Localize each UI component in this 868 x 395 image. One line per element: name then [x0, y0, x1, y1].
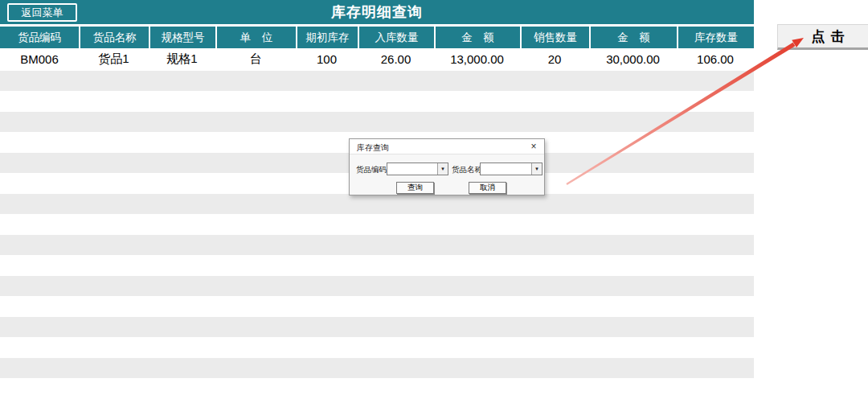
dropdown-arrow-icon[interactable]: ▼ — [437, 163, 448, 175]
table-cell: 100 — [296, 48, 358, 70]
column-header: 入库数量 — [358, 27, 434, 48]
item-name-combobox[interactable]: ▼ — [480, 163, 542, 175]
column-header: 货品编码 — [0, 27, 79, 48]
table-cell: 13,000.00 — [434, 48, 520, 70]
inventory-query-screen: 库存明细查询 返回菜单 货品编码货品名称规格型号单 位期初库存入库数量金 额销售… — [0, 0, 868, 395]
table-cell: 规格1 — [149, 48, 215, 70]
column-header: 单 位 — [215, 27, 296, 48]
dialog-title: 库存查询 — [357, 142, 389, 154]
back-to-menu-button[interactable]: 返回菜单 — [7, 3, 77, 22]
table-cell: 26.00 — [358, 48, 434, 70]
query-button[interactable]: 查询 — [396, 182, 434, 194]
dialog-title-bar: 库存查询 × — [350, 139, 544, 154]
dropdown-arrow-icon[interactable]: ▼ — [531, 163, 542, 175]
column-header: 货品名称 — [79, 27, 149, 48]
table-header-row: 货品编码货品名称规格型号单 位期初库存入库数量金 额销售数量金 额库存数量 — [0, 27, 754, 48]
column-header: 金 额 — [589, 27, 677, 48]
table-row: BM006货品1规格1台10026.0013,000.002030,000.00… — [0, 48, 754, 70]
column-header: 金 额 — [434, 27, 520, 48]
close-icon[interactable]: × — [528, 141, 539, 152]
click-button[interactable]: 点击 — [777, 24, 868, 50]
table-cell: 30,000.00 — [589, 48, 677, 70]
item-name-value — [481, 163, 531, 175]
table-cell: 20 — [520, 48, 589, 70]
item-name-label: 货品名称 — [452, 165, 482, 175]
column-header: 库存数量 — [677, 27, 754, 48]
table-cell: 货品1 — [79, 48, 149, 70]
column-header: 销售数量 — [520, 27, 589, 48]
column-header: 规格型号 — [149, 27, 215, 48]
cancel-button[interactable]: 取消 — [469, 182, 506, 194]
empty-row-stripes — [0, 71, 754, 379]
table-cell: BM006 — [0, 48, 79, 70]
item-code-combobox[interactable]: ▼ — [387, 163, 448, 175]
table-cell: 台 — [215, 48, 296, 70]
top-bar: 库存明细查询 返回菜单 — [0, 0, 754, 24]
inventory-query-dialog: 库存查询 × 货品编码 ▼ 货品名称 ▼ 查询 取消 — [349, 138, 545, 195]
item-code-value — [387, 163, 437, 175]
item-code-label: 货品编码 — [356, 165, 387, 175]
page-title: 库存明细查询 — [0, 0, 754, 24]
table-cell: 106.00 — [677, 48, 754, 70]
column-header: 期初库存 — [296, 27, 358, 48]
